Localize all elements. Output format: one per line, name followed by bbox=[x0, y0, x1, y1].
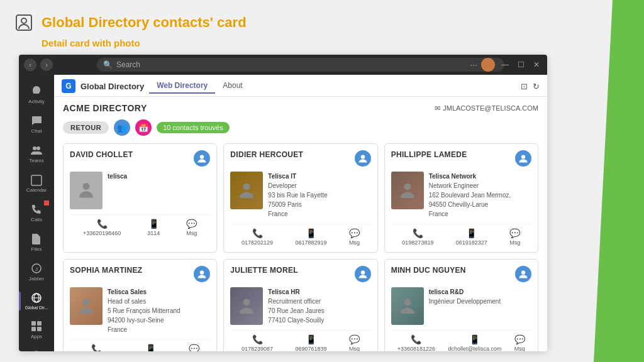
sidebar-label-teams: Teams bbox=[29, 158, 44, 163]
svg-point-18 bbox=[521, 155, 525, 158]
sidebar-item-apps[interactable]: Apps bbox=[19, 315, 54, 344]
svg-point-16 bbox=[360, 155, 364, 158]
svg-text:J: J bbox=[35, 266, 38, 272]
phone-icon: 📞 bbox=[411, 334, 421, 344]
phone-action[interactable]: 📞 0198273819 bbox=[402, 228, 433, 246]
phone-icon: 📞 bbox=[97, 219, 108, 229]
sidebar-item-calls[interactable]: Calls bbox=[19, 198, 54, 228]
card-header: Minh Duc NGUYEN bbox=[391, 266, 531, 282]
mobile-action[interactable]: 📱 3114 bbox=[147, 219, 160, 236]
msg-action[interactable]: 💬 Msg bbox=[514, 334, 525, 351]
msg-icon: 💬 bbox=[349, 228, 360, 238]
mobile-action[interactable]: 📱 dchollet@telisca.com bbox=[448, 334, 501, 351]
svg-rect-10 bbox=[31, 327, 36, 331]
sub-title: Detail card with photo bbox=[42, 38, 625, 48]
sidebar-item-activity[interactable]: Activity bbox=[19, 80, 54, 109]
titlebar-search[interactable]: 🔍 Search bbox=[97, 58, 504, 72]
dots-button[interactable]: ··· bbox=[470, 60, 477, 70]
teams-window: ‹ › 🔍 Search ··· — ☐ ✕ Activity bbox=[19, 55, 547, 351]
sidebar-label-calls: Calls bbox=[31, 217, 42, 222]
msg-label: Msg bbox=[514, 346, 525, 351]
titlebar-controls: ··· — ☐ ✕ bbox=[470, 58, 542, 72]
sidebar-item-help[interactable]: ? Help bbox=[19, 344, 54, 351]
card-photo bbox=[70, 172, 103, 209]
close-button[interactable]: ✕ bbox=[531, 60, 542, 69]
card-avatar-icon[interactable] bbox=[194, 266, 210, 282]
retour-button[interactable]: RETOUR bbox=[63, 121, 109, 134]
card-photo bbox=[230, 172, 263, 209]
card-avatar-icon[interactable] bbox=[515, 266, 531, 282]
card-body: telisca R&D Ingénieur Developpement bbox=[391, 287, 531, 325]
mobile-icon: 📱 bbox=[466, 228, 477, 238]
card-header: Juliette Morel bbox=[230, 266, 370, 282]
msg-action[interactable]: 💬 Msg bbox=[349, 334, 360, 351]
phone-action[interactable]: 📞 +33620198460 bbox=[83, 219, 121, 236]
card-body: Telisca HR Recruitment officer70 Rue Jea… bbox=[230, 287, 370, 325]
maximize-button[interactable]: ☐ bbox=[515, 60, 527, 69]
directory-email: ✉ JMLACOSTE@TELISCA.COM bbox=[435, 104, 538, 112]
msg-label: Msg bbox=[509, 239, 520, 246]
svg-point-22 bbox=[360, 270, 364, 274]
msg-action[interactable]: 💬 Msg bbox=[189, 344, 199, 351]
mobile-action[interactable]: 📱 0698162619 bbox=[135, 344, 166, 351]
msg-action[interactable]: 💬 Msg bbox=[186, 219, 197, 236]
card-name: Juliette Morel bbox=[230, 266, 298, 275]
card-avatar-icon[interactable] bbox=[515, 150, 531, 167]
sidebar-item-calendar[interactable]: Calendar bbox=[19, 168, 54, 198]
app-header-top: G Global Directory Web Directory About ⊡… bbox=[62, 79, 540, 94]
app-name: Global Directory bbox=[80, 82, 144, 91]
mobile-number: 0690761839 bbox=[295, 346, 326, 351]
minimize-button[interactable]: — bbox=[499, 60, 511, 69]
card-body: Telisca Sales Head of sales5 Rue Françoi… bbox=[70, 287, 210, 334]
pop-out-icon[interactable]: ⊡ bbox=[521, 82, 528, 91]
phone-action[interactable]: 📞 0178202129 bbox=[242, 228, 273, 246]
cards-grid: DAVID CHOLLET telisca 📞 +33620 bbox=[63, 143, 538, 351]
page-title: Global Directory contacts' card bbox=[42, 14, 247, 31]
filter-icon-calendar[interactable]: 📅 bbox=[135, 119, 152, 136]
sidebar-item-files[interactable]: Files bbox=[19, 228, 54, 257]
titlebar: ‹ › 🔍 Search ··· — ☐ ✕ bbox=[19, 55, 547, 75]
mobile-icon: 📱 bbox=[306, 228, 316, 238]
card-name: Minh Duc NGUYEN bbox=[391, 266, 466, 275]
card-header: Didier Hercouet bbox=[230, 150, 370, 167]
msg-action[interactable]: 💬 Msg bbox=[509, 228, 520, 246]
sidebar-item-chat[interactable]: Chat bbox=[19, 109, 54, 139]
sidebar-label-activity: Activity bbox=[28, 99, 44, 104]
card-avatar-icon[interactable] bbox=[194, 150, 210, 167]
app-icon: G bbox=[62, 79, 75, 93]
page-header: Global Directory contacts' card bbox=[13, 11, 625, 34]
contact-card: Juliette Morel Telisca HR Recruitment of… bbox=[223, 259, 377, 351]
msg-action[interactable]: 💬 Msg bbox=[349, 228, 360, 246]
sidebar-label-global-dir: Global Dir... bbox=[25, 305, 48, 310]
card-avatar-icon[interactable] bbox=[355, 266, 371, 282]
user-avatar[interactable] bbox=[481, 58, 495, 72]
tab-web-directory[interactable]: Web Directory bbox=[149, 79, 215, 94]
mobile-action[interactable]: 📱 0690761839 bbox=[295, 334, 326, 351]
mobile-number: 0617882919 bbox=[295, 239, 326, 246]
app-tabs: Web Directory About bbox=[149, 79, 250, 94]
sidebar-item-jabber[interactable]: J Jabber bbox=[19, 257, 54, 287]
back-button[interactable]: ‹ bbox=[24, 58, 36, 71]
svg-point-20 bbox=[200, 270, 204, 274]
refresh-icon[interactable]: ↻ bbox=[533, 82, 540, 91]
tab-about[interactable]: About bbox=[215, 79, 250, 94]
card-avatar-icon[interactable] bbox=[355, 150, 371, 167]
sidebar-label-chat: Chat bbox=[31, 128, 42, 134]
sidebar-item-global-dir[interactable]: Global Dir... bbox=[19, 287, 54, 315]
card-header: Sophia Martinez bbox=[70, 266, 210, 282]
card-name: Sophia Martinez bbox=[70, 266, 142, 275]
phone-action[interactable]: 📞 0129994573 bbox=[81, 344, 113, 351]
card-photo bbox=[230, 287, 263, 325]
filter-icon-group[interactable]: 👥 bbox=[114, 119, 130, 136]
forward-button[interactable]: › bbox=[40, 58, 53, 71]
msg-icon: 💬 bbox=[509, 228, 520, 238]
msg-icon: 💬 bbox=[514, 334, 525, 344]
card-info: telisca R&D Ingénieur Developpement bbox=[429, 287, 501, 325]
sidebar-item-teams[interactable]: Teams bbox=[19, 139, 54, 168]
mobile-action[interactable]: 📱 0619182327 bbox=[456, 228, 487, 246]
phone-action[interactable]: 📞 0178239087 bbox=[242, 334, 273, 351]
phone-action[interactable]: 📞 +33608181226 bbox=[397, 334, 435, 351]
msg-label: Msg bbox=[349, 239, 360, 246]
app-header-icons: ⊡ ↻ bbox=[521, 82, 540, 91]
mobile-action[interactable]: 📱 0617882919 bbox=[295, 228, 326, 246]
